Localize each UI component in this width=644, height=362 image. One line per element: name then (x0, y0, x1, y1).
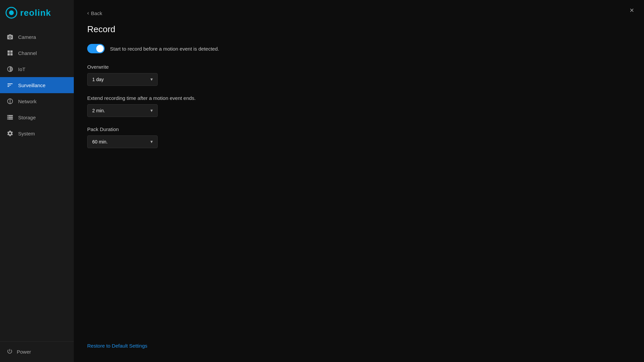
sidebar-item-surveillance[interactable]: Surveillance (0, 77, 74, 93)
camera-icon (7, 34, 13, 40)
sidebar-item-storage[interactable]: Storage (0, 109, 74, 125)
sidebar-item-network-label: Network (18, 99, 37, 104)
storage-icon (7, 114, 13, 121)
sidebar-item-iot-label: IoT (18, 66, 25, 72)
sidebar-item-iot[interactable]: IoT (0, 61, 74, 77)
sidebar-bottom: Power (0, 341, 74, 362)
toggle-description: Start to record before a motion event is… (110, 46, 219, 52)
overwrite-select-wrapper: 1 day 2 days 3 days 7 days 30 days ▼ (87, 73, 158, 86)
iot-icon (7, 66, 13, 72)
sidebar-item-system-label: System (18, 131, 35, 136)
extend-select[interactable]: 1 min. 2 min. 5 min. 10 min. (87, 104, 158, 117)
back-label: Back (91, 10, 102, 16)
power-button[interactable]: Power (7, 348, 67, 355)
channel-icon (7, 50, 13, 56)
extend-section: Extend recording time after a motion eve… (87, 95, 631, 117)
back-link[interactable]: ‹ Back (87, 10, 631, 16)
toggle-slider (87, 44, 105, 53)
power-icon (7, 348, 13, 355)
overwrite-section: Overwrite 1 day 2 days 3 days 7 days 30 … (87, 64, 631, 86)
sidebar-item-camera[interactable]: Camera (0, 29, 74, 45)
system-icon (7, 130, 13, 137)
record-toggle[interactable] (87, 44, 105, 53)
sidebar-item-system[interactable]: System (0, 125, 74, 141)
surveillance-icon (7, 82, 13, 88)
network-icon (7, 98, 13, 105)
main-content: × ‹ Back Record Start to record before a… (74, 0, 644, 362)
logo-text: reolink (20, 8, 51, 18)
sidebar: reolink Camera Channel (0, 0, 74, 362)
page-title: Record (87, 24, 631, 35)
sidebar-item-channel[interactable]: Channel (0, 45, 74, 61)
pack-duration-select[interactable]: 15 min. 30 min. 60 min. (87, 135, 158, 148)
logo: reolink (5, 7, 68, 19)
back-chevron-icon: ‹ (87, 10, 89, 16)
sidebar-item-channel-label: Channel (18, 50, 37, 56)
sidebar-item-surveillance-label: Surveillance (18, 82, 46, 88)
extend-label: Extend recording time after a motion eve… (87, 95, 631, 101)
sidebar-item-storage-label: Storage (18, 115, 36, 120)
overwrite-select[interactable]: 1 day 2 days 3 days 7 days 30 days (87, 73, 158, 86)
svg-point-1 (9, 10, 14, 15)
close-button[interactable]: × (630, 7, 634, 14)
reolink-logo-icon (5, 7, 17, 19)
power-label: Power (17, 349, 31, 355)
overwrite-label: Overwrite (87, 64, 631, 70)
restore-default-link[interactable]: Restore to Default Settings (87, 343, 147, 349)
pack-duration-section: Pack Duration 15 min. 30 min. 60 min. ▼ (87, 126, 631, 148)
toggle-row: Start to record before a motion event is… (87, 44, 631, 53)
nav-items: Camera Channel IoT S (0, 29, 74, 341)
logo-area: reolink (0, 0, 74, 25)
sidebar-item-camera-label: Camera (18, 34, 36, 40)
pack-duration-select-wrapper: 15 min. 30 min. 60 min. ▼ (87, 135, 158, 148)
pack-duration-label: Pack Duration (87, 126, 631, 132)
sidebar-item-network[interactable]: Network (0, 93, 74, 109)
extend-select-wrapper: 1 min. 2 min. 5 min. 10 min. ▼ (87, 104, 158, 117)
